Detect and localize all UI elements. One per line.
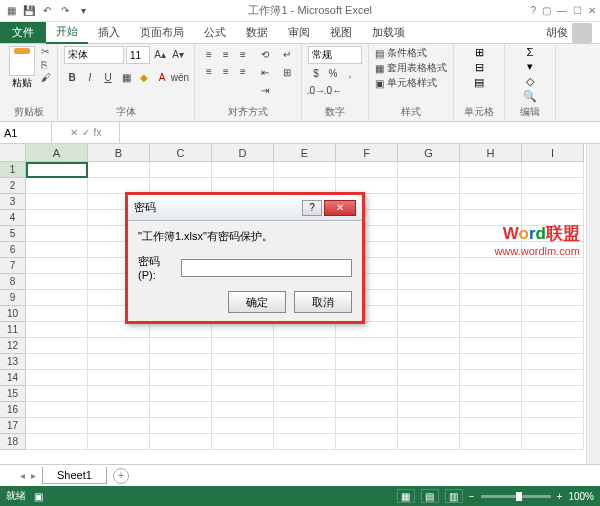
cell[interactable] [274, 354, 336, 370]
cell[interactable] [398, 274, 460, 290]
merge-icon[interactable]: ⊞ [279, 64, 295, 80]
cell[interactable] [150, 386, 212, 402]
cell[interactable] [460, 370, 522, 386]
cell[interactable] [212, 162, 274, 178]
cell[interactable] [88, 418, 150, 434]
decrease-decimal-icon[interactable]: .0← [325, 82, 341, 98]
cell[interactable] [460, 338, 522, 354]
align-bottom-icon[interactable]: ≡ [235, 46, 251, 62]
row-header[interactable]: 16 [0, 402, 26, 418]
cell[interactable] [212, 402, 274, 418]
tab-home[interactable]: 开始 [46, 21, 88, 44]
font-color-button[interactable]: A [154, 69, 170, 85]
name-box[interactable]: A1 [0, 122, 52, 143]
cell[interactable] [460, 178, 522, 194]
cell[interactable] [26, 402, 88, 418]
number-format-combo[interactable]: 常规 [308, 46, 362, 64]
cell[interactable] [398, 178, 460, 194]
format-cell-icon[interactable]: ▤ [474, 76, 484, 89]
row-header[interactable]: 18 [0, 434, 26, 450]
tab-insert[interactable]: 插入 [88, 22, 130, 43]
align-middle-icon[interactable]: ≡ [218, 46, 234, 62]
cell[interactable] [150, 162, 212, 178]
cell[interactable] [460, 402, 522, 418]
cell[interactable] [26, 258, 88, 274]
cell[interactable] [212, 434, 274, 450]
comma-icon[interactable]: , [342, 65, 358, 81]
tab-review[interactable]: 审阅 [278, 22, 320, 43]
cell[interactable] [88, 434, 150, 450]
cell[interactable] [336, 162, 398, 178]
row-header[interactable]: 1 [0, 162, 26, 178]
cell[interactable] [522, 370, 584, 386]
zoom-level[interactable]: 100% [568, 491, 594, 502]
zoom-in-button[interactable]: + [557, 491, 563, 502]
col-header[interactable]: E [274, 144, 336, 162]
cell[interactable] [522, 306, 584, 322]
fill-icon[interactable]: ▾ [527, 60, 533, 73]
cell[interactable] [26, 306, 88, 322]
cell[interactable] [26, 370, 88, 386]
cell[interactable] [460, 162, 522, 178]
undo-icon[interactable]: ↶ [40, 4, 54, 18]
cell[interactable] [150, 322, 212, 338]
sheet-nav-next-icon[interactable]: ▸ [31, 470, 36, 481]
row-header[interactable]: 6 [0, 242, 26, 258]
cell[interactable] [26, 242, 88, 258]
sheet-nav-prev-icon[interactable]: ◂ [20, 470, 25, 481]
file-tab[interactable]: 文件 [0, 22, 46, 43]
row-header[interactable]: 15 [0, 386, 26, 402]
autosum-icon[interactable]: Σ [527, 46, 534, 58]
cell[interactable] [212, 386, 274, 402]
insert-cell-icon[interactable]: ⊞ [475, 46, 484, 59]
ribbon-toggle-icon[interactable]: ▢ [542, 5, 551, 16]
row-header[interactable]: 5 [0, 226, 26, 242]
cell[interactable] [88, 386, 150, 402]
table-format-button[interactable]: ▦套用表格格式 [375, 61, 447, 75]
cell[interactable] [522, 402, 584, 418]
cell[interactable] [522, 418, 584, 434]
select-all-corner[interactable] [0, 144, 26, 162]
row-header[interactable]: 14 [0, 370, 26, 386]
cell[interactable] [398, 162, 460, 178]
col-header[interactable]: A [26, 144, 88, 162]
paste-button[interactable]: 粘贴 [6, 46, 38, 90]
col-header[interactable]: H [460, 144, 522, 162]
cell[interactable] [26, 418, 88, 434]
cell[interactable] [88, 354, 150, 370]
currency-icon[interactable]: $ [308, 65, 324, 81]
row-header[interactable]: 2 [0, 178, 26, 194]
cell[interactable] [26, 434, 88, 450]
cell[interactable] [274, 418, 336, 434]
cell[interactable] [522, 386, 584, 402]
cell[interactable] [398, 402, 460, 418]
delete-cell-icon[interactable]: ⊟ [475, 61, 484, 74]
col-header[interactable]: D [212, 144, 274, 162]
qat-dropdown-icon[interactable]: ▾ [76, 4, 90, 18]
cell[interactable] [88, 338, 150, 354]
cell[interactable] [26, 386, 88, 402]
cell[interactable] [460, 194, 522, 210]
cell[interactable] [212, 418, 274, 434]
cell[interactable] [460, 290, 522, 306]
font-size-combo[interactable]: 11 [126, 46, 150, 64]
cell[interactable] [398, 306, 460, 322]
cell[interactable] [336, 322, 398, 338]
row-header[interactable]: 8 [0, 274, 26, 290]
tab-view[interactable]: 视图 [320, 22, 362, 43]
cell[interactable] [522, 338, 584, 354]
row-header[interactable]: 13 [0, 354, 26, 370]
cell[interactable] [336, 402, 398, 418]
cell[interactable] [274, 338, 336, 354]
indent-increase-icon[interactable]: ⇥ [257, 82, 273, 98]
find-icon[interactable]: 🔍 [523, 90, 537, 103]
align-center-icon[interactable]: ≡ [218, 63, 234, 79]
cell[interactable] [522, 322, 584, 338]
percent-icon[interactable]: % [325, 65, 341, 81]
row-header[interactable]: 10 [0, 306, 26, 322]
border-button[interactable]: ▦ [118, 69, 134, 85]
cell[interactable] [88, 322, 150, 338]
tab-formulas[interactable]: 公式 [194, 22, 236, 43]
row-header[interactable]: 3 [0, 194, 26, 210]
col-header[interactable]: B [88, 144, 150, 162]
